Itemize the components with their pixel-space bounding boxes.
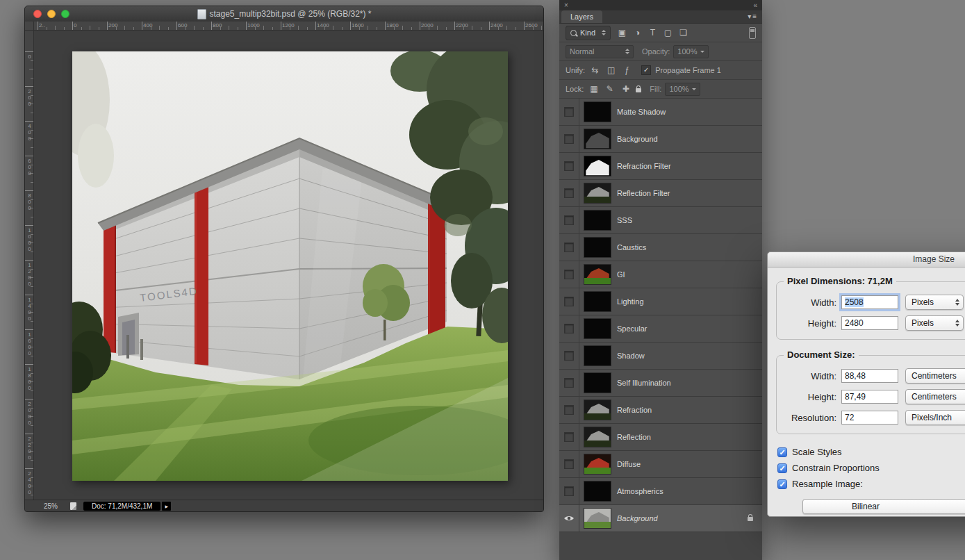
layer-row[interactable]: Refraction Filter [559, 153, 762, 180]
close-panel-icon[interactable]: × [564, 1, 568, 9]
layer-row[interactable]: Self Illumination [559, 370, 762, 397]
document-titlebar[interactable]: stage5_multip32bit.psd @ 25% (RGB/32*) * [25, 6, 543, 22]
fill-field[interactable]: 100% [665, 83, 700, 96]
layer-row[interactable]: Background [559, 505, 762, 532]
layer-thumbnail[interactable] [584, 319, 611, 338]
pixel-layer-filter-icon[interactable]: ▣ [616, 28, 628, 38]
layer-thumbnail[interactable] [584, 400, 611, 420]
layer-row[interactable]: Reflection [559, 424, 762, 451]
visibility-toggle[interactable] [559, 315, 579, 342]
panel-menu-icon[interactable]: ▾ ≡ [748, 13, 757, 20]
eye-icon[interactable] [563, 515, 575, 522]
unify-style-icon[interactable]: ƒ [621, 65, 633, 75]
canvas-image[interactable]: TOOLS4D [72, 51, 508, 481]
filtering-toggle-icon[interactable] [749, 27, 756, 39]
layer-row[interactable]: Atmospherics [559, 478, 762, 505]
visibility-toggle[interactable] [559, 180, 579, 206]
visibility-toggle[interactable] [559, 126, 579, 152]
scale-styles-checkbox[interactable]: ✓ [777, 447, 787, 457]
doc-height-unit-popup[interactable]: Centimeters [905, 389, 965, 404]
kind-filter-dropdown[interactable]: Kind [566, 26, 611, 40]
layer-row[interactable]: Matte Shadow [559, 99, 762, 126]
layer-row[interactable]: Specular [559, 315, 762, 343]
pixel-height-input[interactable]: 2480 [841, 316, 898, 330]
smart-object-filter-icon[interactable]: ❏ [677, 28, 689, 38]
visibility-toggle[interactable] [559, 234, 579, 261]
visibility-toggle[interactable] [559, 343, 579, 369]
layer-thumbnail[interactable] [584, 156, 611, 176]
doc-size-info[interactable]: Doc: 71,2M/432,1M [83, 502, 160, 511]
resample-image-checkbox[interactable]: ✓ [777, 479, 787, 489]
collapse-dock-icon[interactable]: « [753, 1, 757, 9]
layer-row[interactable]: Refraction [559, 397, 762, 424]
layer-thumbnail[interactable] [584, 238, 611, 257]
visibility-toggle[interactable] [559, 397, 579, 423]
constrain-proportions-checkbox[interactable]: ✓ [777, 463, 787, 473]
resolution-unit-popup[interactable]: Pixels/Inch [905, 410, 965, 425]
resolution-input[interactable]: 72 [841, 411, 898, 425]
doc-width-input[interactable]: 88,48 [841, 369, 898, 383]
lock-all-icon[interactable] [636, 88, 641, 92]
layer-thumbnail[interactable] [584, 183, 611, 203]
unify-position-icon[interactable]: ⇆ [589, 65, 601, 75]
layer-thumbnail[interactable] [584, 373, 611, 393]
layer-thumbnail[interactable] [584, 265, 611, 284]
layer-row[interactable]: Reflection Filter [559, 180, 762, 207]
pixel-height-unit-popup[interactable]: Pixels [905, 315, 964, 331]
propagate-checkbox[interactable]: ✓ [641, 65, 651, 75]
visibility-toggle[interactable] [559, 478, 579, 504]
lock-transparency-icon[interactable]: ▦ [588, 84, 600, 94]
dialog-title[interactable]: Image Size [768, 252, 965, 267]
zoom-button[interactable] [61, 10, 69, 18]
doc-width-unit-popup[interactable]: Centimeters [905, 368, 965, 384]
ruler-tick [25, 51, 33, 52]
pixel-width-unit-popup[interactable]: Pixels [905, 295, 964, 310]
pixel-width-input[interactable]: 2508 [841, 295, 898, 309]
layer-thumbnail[interactable] [584, 211, 611, 230]
layer-row[interactable]: Lighting [559, 288, 762, 315]
horizontal-ruler[interactable]: 2..0200400600800100012001400160018002000… [34, 22, 544, 31]
visibility-toggle[interactable] [559, 288, 579, 315]
doc-height-input[interactable]: 87,49 [841, 390, 898, 404]
layer-row[interactable]: Shadow [559, 343, 762, 370]
layer-thumbnail[interactable] [584, 481, 611, 501]
visibility-toggle[interactable] [559, 370, 579, 396]
shape-layer-filter-icon[interactable]: ▢ [662, 28, 674, 38]
status-menu-arrow[interactable]: ▶ [162, 502, 171, 511]
tab-layers[interactable]: Layers [561, 10, 602, 23]
layer-thumbnail[interactable] [584, 102, 611, 122]
layer-thumbnail[interactable] [584, 129, 611, 149]
visibility-toggle[interactable] [559, 424, 579, 450]
blend-mode-dropdown[interactable]: Normal [566, 45, 634, 58]
visibility-toggle[interactable] [559, 451, 579, 477]
layer-row[interactable]: Caustics [559, 234, 762, 261]
opacity-field[interactable]: 100% [673, 45, 708, 58]
ruler-corner[interactable] [25, 22, 34, 31]
vertical-ruler[interactable]: 0200400600800100012001400160018002000220… [25, 31, 34, 501]
layer-thumbnail[interactable] [584, 346, 611, 365]
zoom-level[interactable]: 25% [44, 502, 58, 510]
visibility-toggle[interactable] [559, 99, 579, 125]
canvas-area[interactable]: TOOLS4D [34, 31, 544, 501]
layer-row[interactable]: Background [559, 126, 762, 153]
close-button[interactable] [33, 10, 42, 18]
visibility-toggle[interactable] [559, 207, 579, 233]
layer-thumbnail[interactable] [584, 427, 611, 447]
layer-row[interactable]: Diffuse [559, 451, 762, 478]
lock-pixels-icon[interactable]: ✎ [604, 84, 616, 94]
visibility-toggle[interactable] [559, 261, 579, 288]
visibility-toggle[interactable] [559, 505, 579, 532]
layer-thumbnail[interactable] [584, 454, 611, 474]
minimize-button[interactable] [47, 10, 56, 18]
layer-row[interactable]: SSS [559, 207, 762, 234]
adjustment-layer-filter-icon[interactable]: ◑ [632, 28, 643, 38]
visibility-toggle[interactable] [559, 153, 579, 179]
constrain-proportions-row: ✓ Constrain Proportions [777, 460, 965, 476]
layer-thumbnail[interactable] [584, 292, 611, 311]
lock-position-icon[interactable]: ✚ [620, 84, 632, 94]
layer-row[interactable]: GI [559, 261, 762, 288]
layer-thumbnail[interactable] [584, 509, 611, 528]
unify-visibility-icon[interactable]: ◫ [605, 65, 617, 75]
type-layer-filter-icon[interactable]: T [647, 28, 659, 38]
resample-method-popup[interactable]: Bilinear [802, 499, 965, 514]
